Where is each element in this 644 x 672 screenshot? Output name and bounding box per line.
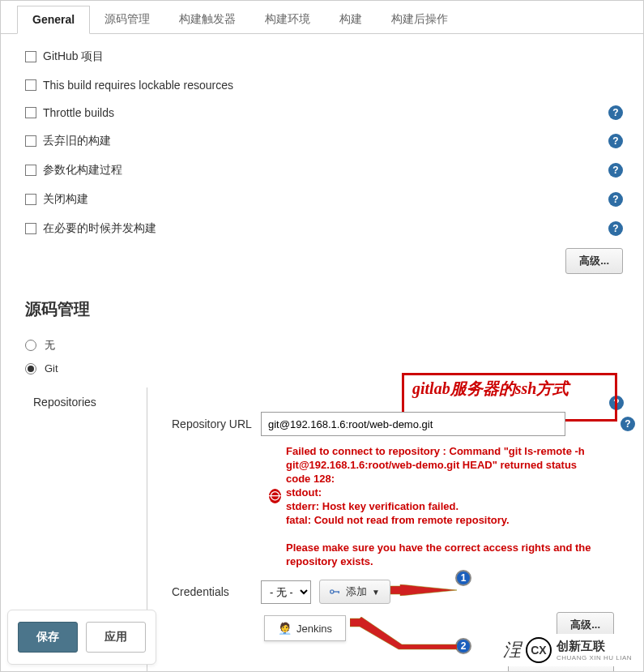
footer-actions: 保存 应用: [7, 610, 156, 665]
label: Throttle builds: [43, 106, 114, 119]
annotation-badge-2: 2: [455, 638, 471, 654]
help-icon[interactable]: ?: [608, 192, 623, 207]
credentials-select[interactable]: - 无 -: [261, 580, 311, 604]
label: This build requires lockable resources: [43, 79, 233, 92]
checkbox-lockable[interactable]: [25, 79, 36, 91]
label: 关闭构建: [43, 192, 88, 207]
checkbox-discard-old[interactable]: [25, 135, 36, 147]
svg-marker-3: [390, 584, 457, 596]
tab-build[interactable]: 构建: [325, 6, 377, 33]
checkbox-parameterized[interactable]: [25, 165, 36, 176]
radio-git[interactable]: [25, 363, 36, 375]
checkbox-disable-build[interactable]: [25, 194, 36, 205]
label: GitHub 项目: [43, 49, 104, 64]
tab-env[interactable]: 构建环境: [250, 6, 325, 33]
tab-scm[interactable]: 源码管理: [90, 6, 164, 33]
label: 参数化构建过程: [43, 163, 122, 178]
checkbox-throttle[interactable]: [25, 107, 36, 118]
chevron-down-icon: ▼: [372, 588, 380, 597]
help-icon[interactable]: ?: [608, 134, 623, 148]
svg-marker-4: [350, 617, 457, 649]
credentials-label: Credentials: [172, 585, 261, 598]
key-icon: [330, 589, 341, 595]
arrow-icon: [390, 584, 457, 596]
jenkins-icon: 🧑‍💼: [278, 622, 292, 635]
logo-script-icon: 浧: [503, 638, 521, 662]
repo-url-input[interactable]: [261, 412, 565, 436]
watermark-logo: 浧 CX 创新互联 CHUANG XIN HU LIAN: [497, 634, 638, 666]
error-message: Failed to connect to repository : Comman…: [286, 444, 601, 568]
help-icon[interactable]: ?: [608, 105, 623, 120]
svg-point-0: [331, 590, 334, 593]
label: 丢弃旧的构建: [43, 134, 111, 148]
radio-label: Git: [45, 362, 58, 375]
repo-url-label: Repository URL: [172, 417, 261, 430]
scm-title: 源码管理: [1, 290, 643, 333]
error-icon: ⦵: [269, 489, 281, 503]
tab-triggers[interactable]: 构建触发器: [164, 6, 250, 33]
add-credentials-button[interactable]: 添加 ▼: [319, 580, 390, 604]
logo-mark-icon: CX: [526, 637, 552, 663]
annotation-text: gitlab服务器的ssh方式: [412, 379, 569, 397]
help-icon[interactable]: ?: [608, 221, 623, 236]
tab-bar: General 源码管理 构建触发器 构建环境 构建 构建后操作: [1, 1, 643, 34]
help-icon[interactable]: ?: [621, 417, 635, 431]
label: 在必要的时候并发构建: [43, 221, 156, 236]
checkbox-concurrent[interactable]: [25, 223, 36, 234]
annotation-badge-1: 1: [455, 570, 471, 586]
help-icon[interactable]: ?: [608, 163, 623, 178]
advanced-button[interactable]: 高级...: [565, 248, 623, 274]
checkbox-github-project[interactable]: [25, 51, 36, 62]
radio-label: 无: [45, 338, 55, 353]
tab-general[interactable]: General: [17, 6, 90, 34]
radio-none[interactable]: [25, 340, 36, 351]
arrow-icon: [350, 617, 457, 651]
jenkins-menu-item[interactable]: 🧑‍💼 Jenkins: [264, 615, 346, 641]
apply-button[interactable]: 应用: [86, 622, 146, 653]
save-button[interactable]: 保存: [18, 622, 78, 653]
tab-post[interactable]: 构建后操作: [377, 6, 463, 33]
svg-rect-2: [339, 591, 339, 593]
